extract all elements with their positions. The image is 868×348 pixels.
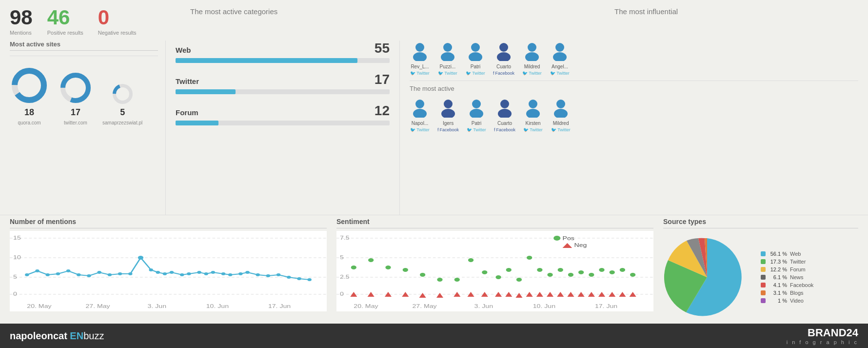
avatar — [410, 41, 430, 62]
influential-person: Patri 🐦 Twitter — [465, 41, 486, 76]
svg-point-16 — [497, 52, 511, 61]
platform-icon: 🐦 — [523, 127, 529, 132]
legend-item: 12.2 % Forum — [761, 266, 813, 272]
influencer-name: Cuarto — [496, 64, 511, 69]
svg-point-98 — [420, 273, 425, 277]
platform-icon: 🐦 — [438, 71, 443, 76]
footer-brand-left: napoleoncat ENbuzz — [10, 330, 104, 342]
source-types-content: 56.1 % Web 17.3 % Twitter 12.2 % Forum 6… — [663, 233, 858, 321]
svg-point-109 — [558, 268, 563, 272]
footer-en: EN — [70, 330, 83, 341]
active-name: Igers — [443, 121, 454, 126]
category-item-forum: Forum 12 — [176, 103, 390, 125]
negative-stat: 0 Negative results — [98, 7, 137, 36]
platform-icon: 🐦 — [466, 71, 471, 76]
svg-point-55 — [118, 272, 122, 275]
legend-dot — [761, 251, 766, 256]
infographic-label: i n f o g r a p h i c — [787, 339, 858, 345]
svg-point-59 — [156, 271, 160, 274]
avatar — [410, 97, 430, 119]
influential-person: Rev_L... 🐦 Twitter — [410, 41, 430, 76]
svg-point-47 — [35, 269, 39, 272]
influential-list: Rev_L... 🐦 Twitter Puzzi... 🐦 Twitter Pa… — [410, 41, 858, 76]
svg-point-57 — [138, 256, 143, 260]
svg-point-60 — [163, 272, 167, 275]
footer-buzz: buzz — [83, 330, 104, 341]
svg-text:0: 0 — [13, 291, 17, 297]
svg-point-112 — [589, 273, 594, 277]
svg-point-116 — [630, 273, 635, 277]
site-twitter-count: 17 — [71, 107, 80, 118]
svg-point-63 — [187, 272, 191, 275]
svg-point-66 — [211, 271, 215, 274]
svg-text:5: 5 — [340, 255, 344, 260]
active-name: Kirsten — [526, 121, 541, 126]
active-platform: f Facebook — [437, 127, 459, 132]
avatar — [493, 41, 514, 62]
legend-item: 17.3 % Twitter — [761, 259, 813, 265]
main-container: 98 Mentions 46 Positive results 0 Negati… — [0, 0, 868, 348]
negative-label: Negative results — [98, 30, 137, 36]
active-platform: 🐦 Twitter — [523, 127, 543, 132]
site-twitter-name: twitter.com — [64, 120, 87, 125]
svg-text:3. Jun: 3. Jun — [474, 304, 493, 309]
active-name: Mildred — [553, 121, 569, 126]
category-bar-bg — [176, 89, 390, 94]
svg-text:17. Jun: 17. Jun — [268, 304, 291, 309]
active-platform: 🐦 Twitter — [467, 127, 486, 132]
svg-marker-139 — [630, 292, 636, 297]
influencer-platform: 🐦 Twitter — [466, 71, 485, 76]
svg-point-22 — [413, 109, 427, 118]
mentions-chart-title: Number of mentions — [10, 218, 327, 228]
mentions-chart-svg: 0 5 10 15 20. May 27. May 3. Jun 10. Jun… — [10, 231, 327, 311]
donut-twitter-svg — [59, 71, 93, 105]
platform-label: Twitter — [416, 127, 430, 132]
legend-dot — [761, 298, 766, 303]
platform-icon: 🐦 — [410, 71, 415, 76]
svg-point-58 — [149, 268, 153, 271]
legend-label: Web — [790, 251, 801, 257]
svg-point-62 — [180, 273, 184, 276]
platform-icon: 🐦 — [522, 71, 528, 76]
platform-label: Twitter — [529, 71, 542, 76]
platform-icon: f — [494, 127, 495, 132]
active-person: Mildred 🐦 Twitter — [551, 97, 571, 132]
avatar — [438, 97, 458, 119]
legend-pct: 3.1 % — [769, 290, 787, 296]
avatar — [466, 97, 487, 119]
influencer-name: Patri — [471, 64, 481, 69]
pie-svg — [663, 233, 751, 321]
active-person: Igers f Facebook — [437, 97, 459, 132]
footer-napoleoncat: napoleoncat — [10, 330, 70, 341]
legend-label: News — [790, 274, 804, 280]
svg-point-110 — [568, 273, 573, 277]
avatar — [522, 41, 542, 62]
svg-text:10. Jun: 10. Jun — [533, 304, 556, 309]
svg-point-94 — [351, 266, 356, 269]
category-bar-bg — [176, 121, 390, 125]
svg-point-48 — [45, 273, 49, 276]
legend-pct: 17.3 % — [769, 259, 787, 265]
avatar — [550, 41, 570, 62]
svg-marker-122 — [436, 293, 443, 298]
svg-text:27. May: 27. May — [85, 304, 110, 309]
svg-point-10 — [413, 52, 427, 61]
svg-point-9 — [415, 43, 424, 52]
svg-text:20. May: 20. May — [27, 304, 52, 309]
svg-point-115 — [620, 268, 625, 272]
negative-value: 0 — [98, 7, 109, 28]
svg-point-56 — [128, 272, 132, 275]
svg-point-28 — [498, 109, 512, 118]
platform-label: Twitter — [473, 127, 486, 132]
svg-text:0: 0 — [340, 291, 344, 297]
avatar — [437, 41, 458, 62]
legend-dot — [761, 290, 766, 295]
category-item-web: Web 55 — [176, 41, 390, 63]
influencer-name: Angel... — [552, 64, 568, 69]
legend-dot — [761, 259, 766, 264]
active-person: Cuarto f Facebook — [494, 97, 515, 132]
svg-marker-132 — [557, 292, 564, 297]
svg-point-24 — [441, 109, 455, 118]
svg-point-107 — [537, 268, 542, 272]
svg-point-103 — [495, 275, 501, 279]
